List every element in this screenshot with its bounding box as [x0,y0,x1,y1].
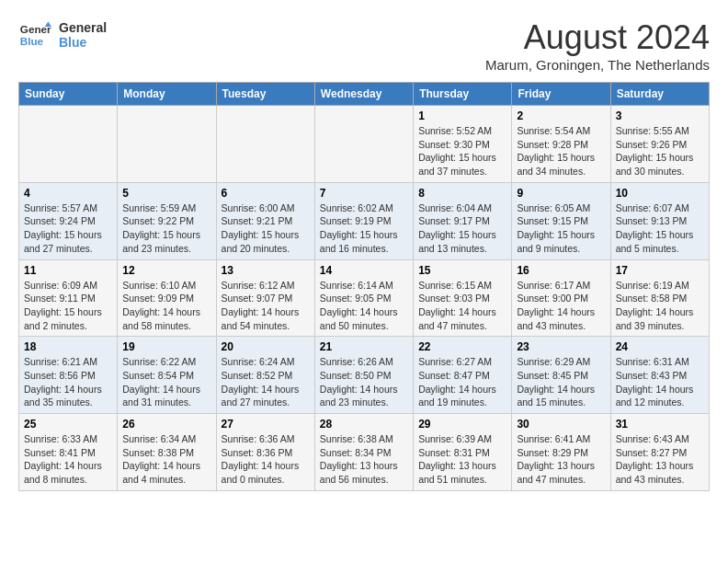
day-number: 4 [24,187,112,200]
calendar-cell: 8Sunrise: 6:04 AMSunset: 9:17 PMDaylight… [414,182,512,259]
day-number: 27 [222,418,310,431]
weekday-header-sunday: Sunday [19,83,118,106]
location-subtitle: Marum, Groningen, The Netherlands [485,57,710,73]
day-number: 24 [616,340,704,353]
day-number: 21 [320,340,408,353]
weekday-header-tuesday: Tuesday [216,83,314,106]
weekday-header-wednesday: Wednesday [314,83,413,106]
calendar-cell: 13Sunrise: 6:12 AMSunset: 9:07 PMDayligh… [216,259,314,337]
calendar-cell [216,106,314,183]
day-info: Sunrise: 6:36 AMSunset: 8:36 PMDaylight:… [222,432,310,487]
calendar-cell [314,106,413,183]
day-number: 7 [320,187,408,200]
day-number: 28 [320,418,408,431]
logo: General Blue General Blue [18,18,107,52]
weekday-header-monday: Monday [118,83,216,106]
logo-icon: General Blue [18,18,51,52]
calendar-week-row: 1Sunrise: 5:52 AMSunset: 9:30 PMDaylight… [19,106,710,183]
day-number: 30 [517,418,605,431]
day-info: Sunrise: 6:26 AMSunset: 8:50 PMDaylight:… [320,355,408,409]
day-info: Sunrise: 6:24 AMSunset: 8:52 PMDaylight:… [222,355,310,409]
day-number: 14 [320,264,408,277]
day-number: 8 [418,187,506,200]
day-info: Sunrise: 6:07 AMSunset: 9:13 PMDaylight:… [616,201,704,256]
calendar-cell: 15Sunrise: 6:15 AMSunset: 9:03 PMDayligh… [414,259,512,337]
calendar-cell: 19Sunrise: 6:22 AMSunset: 8:54 PMDayligh… [118,337,216,414]
day-info: Sunrise: 6:43 AMSunset: 8:27 PMDaylight:… [616,432,704,487]
day-number: 19 [122,340,210,353]
calendar-cell: 5Sunrise: 5:59 AMSunset: 9:22 PMDaylight… [118,182,216,259]
calendar-cell: 24Sunrise: 6:31 AMSunset: 8:43 PMDayligh… [610,337,709,414]
day-info: Sunrise: 5:52 AMSunset: 9:30 PMDaylight:… [418,124,506,178]
day-info: Sunrise: 5:59 AMSunset: 9:22 PMDaylight:… [122,201,210,256]
day-info: Sunrise: 6:04 AMSunset: 9:17 PMDaylight:… [418,201,506,256]
weekday-header-saturday: Saturday [610,83,709,106]
calendar-cell: 22Sunrise: 6:27 AMSunset: 8:47 PMDayligh… [414,337,512,414]
weekday-header-friday: Friday [512,83,610,106]
day-info: Sunrise: 5:55 AMSunset: 9:26 PMDaylight:… [616,124,704,178]
day-number: 11 [24,264,112,277]
day-info: Sunrise: 6:10 AMSunset: 9:09 PMDaylight:… [122,279,210,333]
day-info: Sunrise: 6:22 AMSunset: 8:54 PMDaylight:… [122,355,210,409]
logo-blue: Blue [59,35,107,50]
header: General Blue General Blue August 2024 Ma… [18,18,710,73]
calendar-week-row: 25Sunrise: 6:33 AMSunset: 8:41 PMDayligh… [19,414,710,491]
day-number: 1 [418,109,506,122]
calendar-cell: 7Sunrise: 6:02 AMSunset: 9:19 PMDaylight… [314,182,413,259]
weekday-header-thursday: Thursday [414,83,512,106]
calendar-cell: 21Sunrise: 6:26 AMSunset: 8:50 PMDayligh… [314,337,413,414]
day-number: 20 [222,340,310,353]
calendar-cell: 17Sunrise: 6:19 AMSunset: 8:58 PMDayligh… [610,259,709,337]
day-info: Sunrise: 6:14 AMSunset: 9:05 PMDaylight:… [320,279,408,333]
calendar-cell: 6Sunrise: 6:00 AMSunset: 9:21 PMDaylight… [216,182,314,259]
day-number: 6 [222,187,310,200]
calendar-cell: 18Sunrise: 6:21 AMSunset: 8:56 PMDayligh… [19,337,118,414]
calendar-week-row: 4Sunrise: 5:57 AMSunset: 9:24 PMDaylight… [19,182,710,259]
day-info: Sunrise: 6:27 AMSunset: 8:47 PMDaylight:… [418,355,506,409]
day-info: Sunrise: 6:09 AMSunset: 9:11 PMDaylight:… [24,279,112,333]
calendar-cell: 11Sunrise: 6:09 AMSunset: 9:11 PMDayligh… [19,259,118,337]
day-number: 16 [517,264,605,277]
logo-general: General [59,20,107,35]
calendar-cell: 27Sunrise: 6:36 AMSunset: 8:36 PMDayligh… [216,414,314,491]
day-number: 12 [122,264,210,277]
calendar-table: SundayMondayTuesdayWednesdayThursdayFrid… [18,82,710,491]
calendar-cell: 29Sunrise: 6:39 AMSunset: 8:31 PMDayligh… [414,414,512,491]
day-info: Sunrise: 6:41 AMSunset: 8:29 PMDaylight:… [517,432,605,487]
calendar-cell: 3Sunrise: 5:55 AMSunset: 9:26 PMDaylight… [610,106,709,183]
calendar-cell [118,106,216,183]
day-number: 10 [616,187,704,200]
day-info: Sunrise: 5:54 AMSunset: 9:28 PMDaylight:… [517,124,605,178]
day-number: 18 [24,340,112,353]
weekday-header-row: SundayMondayTuesdayWednesdayThursdayFrid… [19,83,710,106]
calendar-cell: 25Sunrise: 6:33 AMSunset: 8:41 PMDayligh… [19,414,118,491]
day-info: Sunrise: 6:39 AMSunset: 8:31 PMDaylight:… [418,432,506,487]
calendar-cell [19,106,118,183]
calendar-cell: 28Sunrise: 6:38 AMSunset: 8:34 PMDayligh… [314,414,413,491]
title-block: August 2024 Marum, Groningen, The Nether… [485,18,710,73]
calendar-cell: 30Sunrise: 6:41 AMSunset: 8:29 PMDayligh… [512,414,610,491]
day-number: 26 [122,418,210,431]
calendar-cell: 2Sunrise: 5:54 AMSunset: 9:28 PMDaylight… [512,106,610,183]
day-number: 15 [418,264,506,277]
day-info: Sunrise: 6:38 AMSunset: 8:34 PMDaylight:… [320,432,408,487]
day-info: Sunrise: 6:19 AMSunset: 8:58 PMDaylight:… [616,279,704,333]
calendar-cell: 1Sunrise: 5:52 AMSunset: 9:30 PMDaylight… [414,106,512,183]
calendar-cell: 31Sunrise: 6:43 AMSunset: 8:27 PMDayligh… [610,414,709,491]
calendar-cell: 4Sunrise: 5:57 AMSunset: 9:24 PMDaylight… [19,182,118,259]
day-number: 9 [517,187,605,200]
calendar-cell: 16Sunrise: 6:17 AMSunset: 9:00 PMDayligh… [512,259,610,337]
calendar-cell: 10Sunrise: 6:07 AMSunset: 9:13 PMDayligh… [610,182,709,259]
day-info: Sunrise: 5:57 AMSunset: 9:24 PMDaylight:… [24,201,112,256]
day-info: Sunrise: 6:17 AMSunset: 9:00 PMDaylight:… [517,279,605,333]
svg-text:Blue: Blue [20,35,44,47]
day-info: Sunrise: 6:12 AMSunset: 9:07 PMDaylight:… [222,279,310,333]
day-info: Sunrise: 6:21 AMSunset: 8:56 PMDaylight:… [24,355,112,409]
month-year-title: August 2024 [485,18,710,57]
day-info: Sunrise: 6:33 AMSunset: 8:41 PMDaylight:… [24,432,112,487]
day-number: 13 [222,264,310,277]
day-info: Sunrise: 6:00 AMSunset: 9:21 PMDaylight:… [222,201,310,256]
day-info: Sunrise: 6:29 AMSunset: 8:45 PMDaylight:… [517,355,605,409]
day-info: Sunrise: 6:15 AMSunset: 9:03 PMDaylight:… [418,279,506,333]
day-number: 23 [517,340,605,353]
